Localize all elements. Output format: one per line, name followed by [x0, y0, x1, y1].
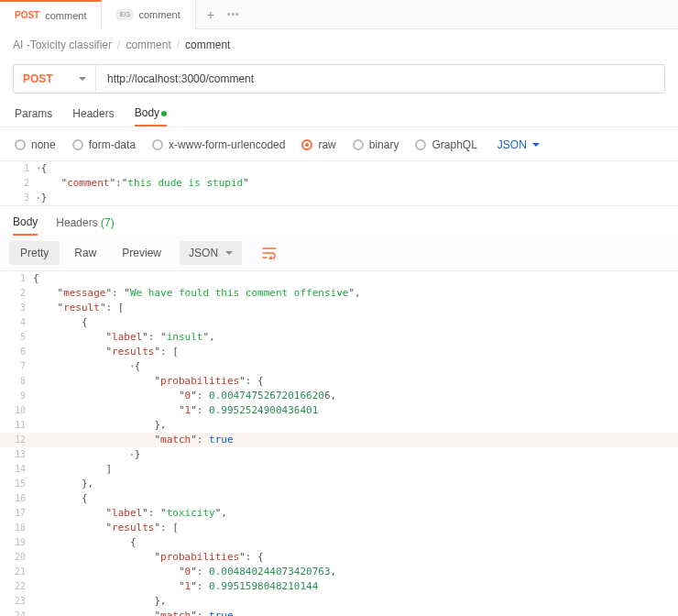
- response-toolbar: Pretty Raw Preview JSON: [0, 236, 678, 270]
- modified-dot-icon: [161, 111, 167, 116]
- open-tabs: POST comment EG comment + •••: [0, 0, 678, 29]
- chevron-down-icon: [532, 143, 540, 147]
- resp-tab-body[interactable]: Body: [13, 215, 38, 236]
- raw-button[interactable]: Raw: [63, 241, 107, 265]
- breadcrumb-sep: /: [177, 38, 180, 51]
- request-body-editor[interactable]: 1 ▾{ 2 "comment":"this dude is stupid" 3…: [0, 160, 678, 205]
- radio-form-data[interactable]: form-data: [72, 138, 136, 151]
- body-format-select[interactable]: JSON: [498, 138, 540, 151]
- tab-label: comment: [45, 10, 86, 21]
- breadcrumb-item[interactable]: comment: [126, 38, 170, 51]
- breadcrumb-current: comment: [185, 38, 230, 51]
- resp-headers-count: (7): [101, 216, 115, 229]
- body-type-row: none form-data x-www-form-urlencoded raw…: [0, 133, 678, 160]
- response-subtabs: Body Headers (7): [0, 205, 678, 236]
- url-input[interactable]: http://localhost:3000/comment: [96, 65, 664, 93]
- radio-urlencoded[interactable]: x-www-form-urlencoded: [152, 138, 285, 151]
- chevron-down-icon: [225, 251, 233, 255]
- breadcrumb-sep: /: [117, 38, 120, 51]
- subtab-params[interactable]: Params: [15, 107, 52, 126]
- method-value: POST: [23, 72, 53, 85]
- example-badge: EG: [116, 9, 133, 20]
- tab-request-2[interactable]: EG comment: [102, 0, 195, 29]
- response-body[interactable]: 1{ 2 "message": "We have fould this comm…: [0, 270, 678, 616]
- response-format-select[interactable]: JSON: [180, 241, 242, 265]
- radio-raw[interactable]: raw: [301, 138, 335, 151]
- add-tab-icon[interactable]: +: [207, 7, 214, 22]
- subtab-body[interactable]: Body: [135, 106, 167, 126]
- chevron-down-icon: [79, 77, 86, 81]
- line-wrap-icon[interactable]: [262, 247, 277, 259]
- request-subtabs: Params Headers Body: [0, 94, 678, 126]
- pretty-button[interactable]: Pretty: [9, 241, 60, 265]
- url-value: http://localhost:3000/comment: [107, 72, 254, 85]
- breadcrumb: AI -Toxicity classifier / comment / comm…: [0, 29, 678, 51]
- resp-tab-headers[interactable]: Headers (7): [56, 216, 114, 235]
- tab-label: comment: [138, 9, 180, 20]
- method-select[interactable]: POST: [14, 65, 96, 93]
- radio-graphql[interactable]: GraphQL: [415, 138, 476, 151]
- tab-actions: + •••: [196, 7, 251, 22]
- preview-button[interactable]: Preview: [111, 241, 172, 265]
- breadcrumb-item[interactable]: AI -Toxicity classifier: [13, 38, 112, 51]
- url-bar: POST http://localhost:3000/comment: [13, 64, 665, 94]
- radio-none[interactable]: none: [15, 138, 56, 151]
- tab-request-1[interactable]: POST comment: [0, 0, 102, 29]
- method-badge: POST: [15, 10, 39, 20]
- tab-overflow-icon[interactable]: •••: [227, 9, 240, 19]
- radio-binary[interactable]: binary: [353, 138, 399, 151]
- subtab-headers[interactable]: Headers: [72, 107, 114, 126]
